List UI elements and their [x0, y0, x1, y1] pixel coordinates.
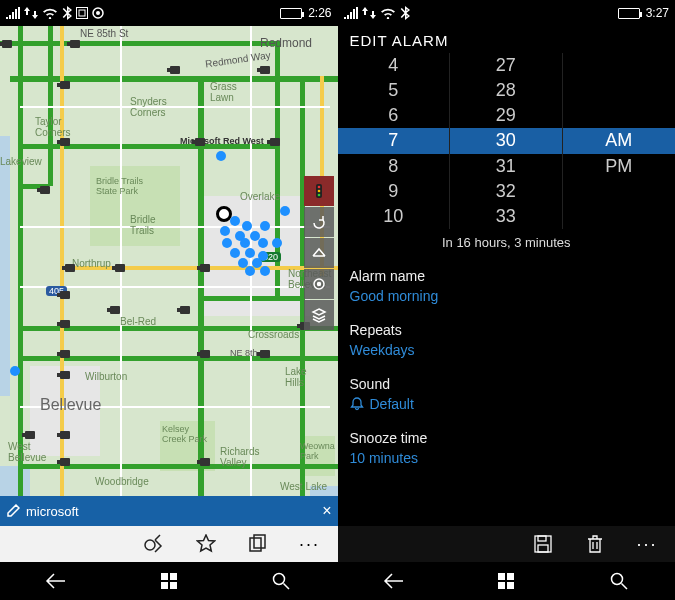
battery-icon — [618, 8, 640, 19]
hour-column[interactable]: 45678910 — [338, 53, 451, 229]
search-bar: × — [0, 496, 338, 526]
camera-icon — [60, 431, 70, 439]
svg-rect-13 — [161, 573, 168, 580]
picker-cell[interactable]: 28 — [450, 78, 563, 103]
favorites-button[interactable] — [194, 532, 218, 556]
back-button[interactable] — [382, 569, 406, 593]
poi-icon[interactable] — [258, 238, 268, 248]
map-canvas[interactable]: NE 85th St Redmond Redmond Way Grass Law… — [0, 26, 338, 496]
camera-icon — [115, 264, 125, 272]
traffic-toggle-button[interactable] — [304, 176, 334, 206]
status-bar-right: 3:27 — [338, 0, 676, 26]
picker-cell[interactable]: 5 — [338, 78, 451, 103]
data-icon — [362, 7, 376, 19]
map-label: Snyders Corners — [130, 96, 167, 118]
page-title: EDIT ALARM — [338, 26, 676, 53]
field-label: Sound — [350, 376, 664, 392]
poi-icon[interactable] — [245, 266, 255, 276]
poi-icon[interactable] — [216, 151, 226, 161]
picker-cell[interactable]: 4 — [338, 53, 451, 78]
map-controls — [304, 176, 334, 330]
clear-search-button[interactable]: × — [322, 502, 331, 520]
field-value: Default — [350, 396, 664, 412]
alarm-name-field[interactable]: Alarm name Good morning — [350, 260, 664, 314]
poi-icon[interactable] — [245, 248, 255, 258]
camera-icon — [65, 264, 75, 272]
picker-cell[interactable]: 31 — [450, 154, 563, 179]
poi-icon[interactable] — [220, 226, 230, 236]
repeats-field[interactable]: Repeats Weekdays — [350, 314, 664, 368]
poi-icon[interactable] — [242, 221, 252, 231]
poi-icon[interactable] — [230, 248, 240, 258]
poi-icon[interactable] — [10, 366, 20, 376]
nfc-icon — [76, 7, 88, 19]
field-label: Snooze time — [350, 430, 664, 446]
edit-icon — [6, 504, 20, 518]
poi-icon[interactable] — [260, 221, 270, 231]
picker-cell[interactable]: 30 — [450, 128, 563, 153]
save-button[interactable] — [531, 532, 555, 556]
search-button[interactable] — [607, 569, 631, 593]
poi-icon[interactable] — [272, 238, 282, 248]
picker-cell[interactable]: 7 — [338, 128, 451, 153]
camera-icon — [60, 291, 70, 299]
time-picker[interactable]: 45678910 27282930313233 AMPM — [338, 53, 676, 229]
tilt-button[interactable] — [304, 238, 334, 268]
camera-icon — [260, 350, 270, 358]
svg-rect-11 — [250, 538, 261, 551]
poi-icon[interactable] — [240, 238, 250, 248]
camera-icon — [260, 66, 270, 74]
picker-cell[interactable]: 10 — [338, 204, 451, 229]
poi-icon[interactable] — [260, 266, 270, 276]
signal-icon — [344, 7, 358, 19]
picker-cell[interactable]: 27 — [450, 53, 563, 78]
picker-cell[interactable] — [563, 103, 676, 128]
map-label: Bel-Red — [120, 316, 156, 327]
picker-cell[interactable]: 9 — [338, 179, 451, 204]
svg-point-9 — [317, 283, 320, 286]
back-button[interactable] — [44, 569, 68, 593]
svg-point-17 — [274, 574, 285, 585]
more-button[interactable]: ··· — [635, 532, 659, 556]
picker-cell[interactable] — [563, 53, 676, 78]
picker-cell[interactable]: 32 — [450, 179, 563, 204]
picker-cell[interactable]: 6 — [338, 103, 451, 128]
clock-text: 3:27 — [646, 6, 669, 20]
picker-cell[interactable]: 8 — [338, 154, 451, 179]
svg-rect-19 — [538, 536, 546, 541]
delete-button[interactable] — [583, 532, 607, 556]
start-button[interactable] — [494, 569, 518, 593]
poi-icon[interactable] — [230, 216, 240, 226]
poi-icon[interactable] — [280, 206, 290, 216]
picker-cell[interactable]: 29 — [450, 103, 563, 128]
picker-cell[interactable] — [563, 78, 676, 103]
more-button[interactable]: ··· — [298, 532, 322, 556]
rotate-button[interactable] — [304, 207, 334, 237]
picker-cell[interactable]: AM — [563, 128, 676, 153]
picker-cell[interactable]: PM — [563, 154, 676, 179]
poi-icon[interactable] — [222, 238, 232, 248]
camera-icon — [60, 138, 70, 146]
field-label: Alarm name — [350, 268, 664, 284]
camera-icon — [70, 40, 80, 48]
camera-icon — [270, 138, 280, 146]
layers-button[interactable] — [304, 300, 334, 330]
collections-button[interactable] — [246, 532, 270, 556]
wifi-icon — [42, 7, 58, 19]
minute-column[interactable]: 27282930313233 — [450, 53, 563, 229]
picker-cell[interactable] — [563, 179, 676, 204]
field-value: Weekdays — [350, 342, 664, 358]
picker-cell[interactable] — [563, 204, 676, 229]
locate-me-button[interactable] — [304, 269, 334, 299]
search-button[interactable] — [269, 569, 293, 593]
picker-cell[interactable]: 33 — [450, 204, 563, 229]
ampm-column[interactable]: AMPM — [563, 53, 676, 229]
map-label: Kelsey Creek Park — [162, 424, 207, 444]
snooze-field[interactable]: Snooze time 10 minutes — [350, 422, 664, 476]
map-label: Weowna Park — [300, 441, 335, 461]
sound-field[interactable]: Sound Default — [350, 368, 664, 422]
start-button[interactable] — [157, 569, 181, 593]
directions-button[interactable] — [142, 532, 166, 556]
search-input[interactable] — [26, 504, 316, 519]
map-label: Northrup — [72, 258, 111, 269]
